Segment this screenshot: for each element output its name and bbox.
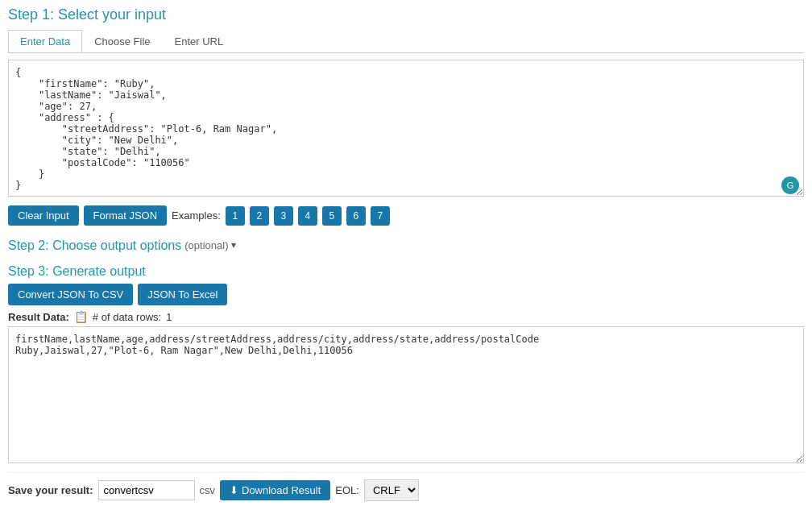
save-row: Save your result: csv ⬇ Download Result … — [8, 472, 804, 506]
clear-input-button[interactable]: Clear Input — [8, 205, 79, 226]
eol-select[interactable]: CRLF LF — [364, 479, 419, 501]
example-2-button[interactable]: 2 — [250, 206, 269, 226]
step1-title: Step 1: Select your input — [8, 6, 804, 23]
json-to-excel-button[interactable]: JSON To Excel — [138, 284, 227, 305]
tab-enter-data[interactable]: Enter Data — [8, 30, 82, 52]
page-container: Step 1: Select your input Enter Data Cho… — [0, 0, 812, 506]
step3-title: Step 3: Generate output — [8, 264, 804, 279]
optional-label: (optional) — [184, 239, 228, 251]
examples-label: Examples: — [172, 209, 221, 222]
json-input[interactable] — [8, 60, 804, 197]
example-6-button[interactable]: 6 — [346, 206, 366, 226]
format-json-button[interactable]: Format JSON — [84, 205, 167, 226]
copy-icon[interactable]: 📋 — [74, 310, 88, 323]
example-3-button[interactable]: 3 — [274, 206, 293, 226]
download-icon: ⬇ — [230, 484, 238, 496]
save-label: Save your result: — [8, 484, 93, 496]
gemini-icon[interactable]: G — [781, 176, 799, 194]
step2-title: Step 2: Choose output options — [8, 238, 181, 253]
csv-extension-label: csv — [200, 484, 216, 496]
result-textarea[interactable] — [8, 326, 804, 463]
convert-json-csv-button[interactable]: Convert JSON To CSV — [8, 284, 133, 305]
data-rows-label: # of data rows: — [93, 311, 161, 323]
tab-enter-url[interactable]: Enter URL — [163, 30, 236, 52]
convert-buttons-row: Convert JSON To CSV JSON To Excel — [8, 284, 804, 305]
download-label: Download Result — [242, 484, 321, 496]
example-4-button[interactable]: 4 — [298, 206, 317, 226]
data-rows-count: 1 — [166, 311, 172, 323]
json-input-wrapper: G — [8, 60, 804, 199]
input-tabs: Enter Data Choose File Enter URL — [8, 30, 804, 53]
download-result-button[interactable]: ⬇ Download Result — [220, 480, 330, 500]
tab-choose-file[interactable]: Choose File — [82, 30, 162, 52]
save-filename-input[interactable] — [98, 480, 195, 500]
result-data-label: Result Data: — [8, 311, 69, 323]
action-buttons-row: Clear Input Format JSON Examples: 1 2 3 … — [8, 205, 804, 226]
step2-row: Step 2: Choose output options (optional)… — [8, 232, 804, 258]
eol-label: EOL: — [335, 484, 359, 496]
example-1-button[interactable]: 1 — [226, 206, 245, 226]
example-7-button[interactable]: 7 — [371, 206, 390, 226]
example-5-button[interactable]: 5 — [322, 206, 342, 226]
chevron-down-icon[interactable]: ▾ — [231, 239, 236, 251]
result-label-row: Result Data: 📋 # of data rows: 1 — [8, 310, 804, 323]
